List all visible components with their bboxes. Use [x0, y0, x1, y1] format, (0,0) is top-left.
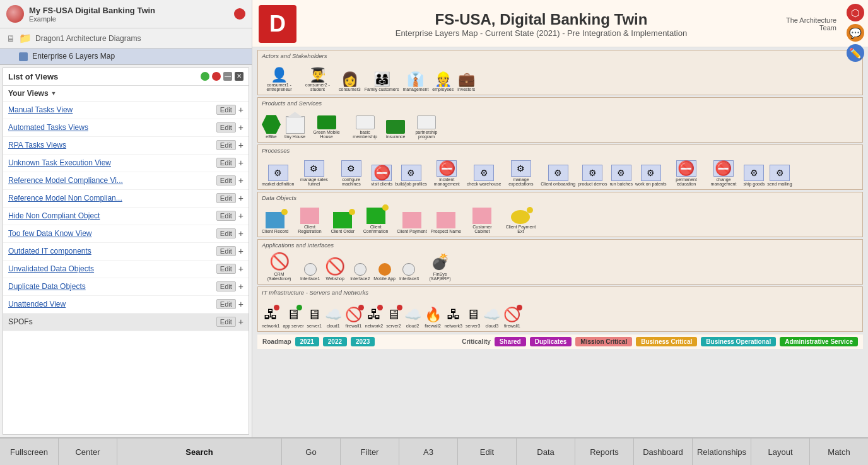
edit-btn-8[interactable]: Edit: [216, 246, 236, 256]
view-name-0[interactable]: Manual Tasks View: [8, 105, 214, 114]
pencil-icon[interactable]: ✏️: [847, 44, 864, 62]
view-name-11[interactable]: Unattended View: [8, 300, 214, 309]
plus-btn-10[interactable]: +: [238, 281, 243, 291]
edit-btn-0[interactable]: Edit: [216, 105, 236, 115]
fullscreen-button[interactable]: Fullscreen: [0, 439, 59, 465]
edit-btn-12[interactable]: Edit: [216, 317, 236, 327]
view-item-12[interactable]: SPOFsEdit+: [3, 314, 249, 331]
edit-btn-1[interactable]: Edit: [216, 122, 236, 132]
view-name-1[interactable]: Automated Tasks Views: [8, 123, 214, 132]
plus-btn-7[interactable]: +: [238, 228, 243, 238]
proc-icon-configure: ⚙: [341, 160, 361, 177]
product-greenmobile: Green Mobile House: [309, 115, 344, 139]
view-name-8[interactable]: Outdated IT components: [8, 247, 214, 256]
plus-btn-0[interactable]: +: [238, 105, 243, 115]
dot-red[interactable]: [212, 72, 221, 81]
view-name-3[interactable]: Unknown Task Execution View: [8, 158, 214, 167]
edit-btn-10[interactable]: Edit: [216, 281, 236, 291]
view-item-10[interactable]: Duplicate Data ObjectsEdit+: [3, 278, 249, 296]
search-button[interactable]: Search: [117, 439, 282, 465]
filter-button[interactable]: Filter: [341, 439, 399, 465]
edit-button[interactable]: Edit: [458, 439, 517, 465]
plus-btn-8[interactable]: +: [238, 246, 243, 256]
view-item-1[interactable]: Automated Tasks ViewsEdit+: [3, 119, 249, 137]
proc-onboarding: ⚙ Client onboarding: [541, 165, 575, 187]
plus-btn-12[interactable]: +: [238, 317, 243, 327]
tree-label[interactable]: Dragon1 Architecture Diagrams: [35, 34, 141, 43]
prospect-shape: [437, 212, 455, 228]
view-item-4[interactable]: Reference Model Compliance Vi...Edit+: [3, 172, 249, 190]
dot-minimize[interactable]: —: [223, 72, 232, 81]
plus-btn-6[interactable]: +: [238, 211, 243, 221]
badge-business: Business Critical: [636, 337, 697, 346]
proc-icon-sales: ⚙: [304, 160, 324, 177]
plus-btn-2[interactable]: +: [238, 140, 243, 150]
edit-btn-5[interactable]: Edit: [216, 193, 236, 203]
view-item-8[interactable]: Outdated IT componentsEdit+: [3, 243, 249, 261]
cloud1-icon: ☁️: [325, 307, 342, 323]
relationships-button[interactable]: Relationships: [693, 439, 751, 465]
plus-btn-11[interactable]: +: [238, 299, 243, 309]
edit-btn-3[interactable]: Edit: [216, 158, 236, 168]
finsys-icon: 💣: [429, 252, 452, 271]
edit-btn-9[interactable]: Edit: [216, 264, 236, 274]
view-name-7[interactable]: Too few Data Know View: [8, 229, 214, 238]
products-layer: Products and Services eBike tiny House: [257, 97, 863, 143]
client-order-shape: [333, 212, 352, 228]
view-name-10[interactable]: Duplicate Data Objects: [8, 282, 214, 291]
dashboard-button[interactable]: Dashboard: [634, 439, 693, 465]
chat-icon[interactable]: 💬: [847, 24, 864, 42]
view-name-2[interactable]: RPA Tasks Views: [8, 141, 214, 150]
view-name-12[interactable]: SPOFs: [8, 317, 214, 326]
proc-icon-education: 🚫: [676, 160, 696, 177]
appserver-icon: 🖥: [286, 307, 300, 323]
plus-btn-4[interactable]: +: [238, 175, 243, 185]
dot-green[interactable]: [201, 72, 209, 81]
edit-btn-7[interactable]: Edit: [216, 228, 236, 238]
reports-button[interactable]: Reports: [575, 439, 634, 465]
edit-btn-4[interactable]: Edit: [216, 175, 236, 185]
plus-btn-3[interactable]: +: [238, 158, 243, 168]
view-item-11[interactable]: Unattended ViewEdit+: [3, 296, 249, 314]
edit-btn-11[interactable]: Edit: [216, 299, 236, 309]
edit-btn-2[interactable]: Edit: [216, 140, 236, 150]
data-button[interactable]: Data: [517, 439, 575, 465]
center-button[interactable]: Center: [59, 439, 117, 465]
edit-btn-6[interactable]: Edit: [216, 211, 236, 221]
proc-incident: 🚫 incident management: [430, 160, 464, 187]
view-item-9[interactable]: Unvalidated Data ObjectsEdit+: [3, 261, 249, 278]
ebike-shape: [262, 115, 281, 134]
match-button[interactable]: Match: [810, 439, 868, 465]
processes-layer-title: Processes: [262, 147, 859, 154]
partnership-shape: [417, 115, 436, 129]
layout-button[interactable]: Layout: [751, 439, 810, 465]
view-item-0[interactable]: Manual Tasks ViewEdit+: [3, 102, 249, 119]
proc-icon-mailing: ⚙: [770, 165, 790, 181]
share-icon[interactable]: ⬡: [847, 4, 864, 21]
view-item-6[interactable]: Hide Non Compliant ObjectEdit+: [3, 208, 249, 225]
actor-icon-5: 👔: [407, 73, 424, 86]
proc-icon-patents: ⚙: [641, 165, 661, 181]
go-button[interactable]: Go: [282, 439, 341, 465]
view-name-9[interactable]: Unvalidated Data Objects: [8, 264, 214, 273]
actor-management: 👔 management: [402, 73, 428, 92]
your-views-header[interactable]: Your Views ▼: [3, 86, 249, 102]
view-item-7[interactable]: Too few Data Know ViewEdit+: [3, 225, 249, 243]
view-name-5[interactable]: Reference Model Non Complian...: [8, 194, 214, 203]
dot-close[interactable]: ✕: [235, 72, 243, 81]
apps-layer: Applications and Interfaces 🚫 CRM (Sales…: [257, 239, 863, 285]
view-item-2[interactable]: RPA Tasks ViewsEdit+: [3, 137, 249, 155]
canvas-title-block: FS-USA, Digital Banking Twin Enterprise …: [307, 11, 776, 38]
plus-btn-5[interactable]: +: [238, 193, 243, 203]
plus-btn-9[interactable]: +: [238, 264, 243, 274]
plus-btn-1[interactable]: +: [238, 122, 243, 132]
proc-icon-market: ⚙: [268, 165, 288, 181]
a3-button[interactable]: A3: [399, 439, 458, 465]
view-name-6[interactable]: Hide Non Compliant Object: [8, 211, 214, 220]
proc-icon-batches: ⚙: [611, 165, 631, 181]
selected-diagram-item[interactable]: Enterprise 6 Layers Map: [0, 49, 252, 65]
view-name-4[interactable]: Reference Model Compliance Vi...: [8, 176, 214, 185]
view-item-3[interactable]: Unknown Task Execution ViewEdit+: [3, 155, 249, 172]
view-item-5[interactable]: Reference Model Non Complian...Edit+: [3, 190, 249, 208]
processes-layer: Processes ⚙ market definition ⚙ manage s…: [257, 144, 863, 190]
